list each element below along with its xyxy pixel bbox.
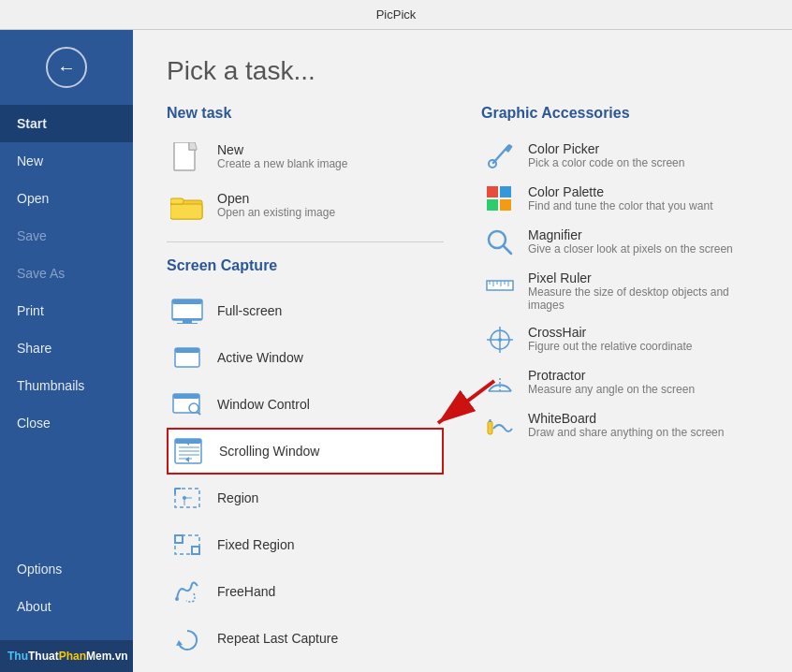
pixel-ruler-icon [485, 270, 515, 300]
new-task-item[interactable]: New Create a new blank image [167, 135, 444, 183]
svg-rect-30 [175, 535, 199, 554]
svg-point-33 [175, 597, 179, 601]
graphic-accessories-title: Graphic Accessories [481, 105, 758, 122]
svg-rect-39 [487, 186, 498, 197]
magnifier-item[interactable]: Magnifier Give a closer look at pixels o… [481, 221, 758, 264]
app-title: PicPick [376, 7, 417, 22]
svg-rect-3 [170, 204, 202, 219]
svg-rect-9 [177, 323, 198, 324]
magnifier-icon [485, 227, 515, 257]
svg-rect-58 [488, 421, 492, 434]
scrolling-window-item[interactable]: Scrolling Window [167, 428, 444, 475]
open-task-item[interactable]: Open Open an existing image [167, 183, 444, 232]
svg-rect-8 [183, 320, 192, 323]
window-control-icon [170, 387, 204, 421]
open-folder-icon [170, 191, 204, 225]
whiteboard-item[interactable]: WhiteBoard Draw and share anything on th… [481, 404, 758, 447]
pixel-ruler-item[interactable]: Pixel Ruler Measure the size of desktop … [481, 264, 758, 318]
svg-rect-38 [505, 144, 513, 153]
sidebar-item-options[interactable]: Options [0, 550, 133, 588]
sidebar-item-print[interactable]: Print [0, 292, 133, 329]
sidebar-item-new[interactable]: New [0, 142, 133, 180]
svg-rect-42 [500, 199, 511, 211]
fullscreen-item[interactable]: Full-screen [167, 287, 444, 334]
fixed-region-item[interactable]: Fixed Region [167, 521, 444, 568]
svg-line-15 [198, 412, 200, 415]
crosshair-icon [485, 325, 515, 355]
left-panel: New task New Create a new blank image [167, 105, 444, 653]
svg-rect-45 [487, 281, 513, 290]
svg-rect-40 [500, 186, 511, 197]
svg-rect-32 [192, 547, 199, 554]
sidebar-item-saveas: Save As [0, 255, 133, 292]
divider [167, 241, 444, 242]
svg-rect-31 [175, 535, 183, 543]
fixed-region-icon [170, 528, 204, 562]
svg-rect-6 [172, 299, 202, 304]
back-button[interactable]: ← [0, 30, 133, 105]
open-task-text: Open Open an existing image [217, 191, 335, 219]
sidebar: ← Start New Open Save Save As Print Shar… [0, 30, 133, 672]
new-task-text: New Create a new blank image [217, 142, 347, 170]
svg-rect-7 [172, 318, 202, 320]
sidebar-item-share[interactable]: Share [0, 329, 133, 367]
window-control-item[interactable]: Window Control [167, 381, 444, 428]
svg-rect-4 [170, 198, 183, 204]
fullscreen-icon [170, 294, 204, 328]
active-window-icon [170, 341, 204, 374]
svg-rect-11 [175, 348, 199, 353]
freehand-item[interactable]: FreeHand [167, 568, 444, 615]
crosshair-item[interactable]: CrossHair Figure out the relative coordi… [481, 318, 758, 361]
freehand-icon [170, 575, 204, 608]
sidebar-item-start[interactable]: Start [0, 105, 133, 142]
region-icon [170, 481, 204, 515]
protractor-icon [485, 368, 515, 398]
new-file-icon [170, 142, 204, 176]
content-area: Pick a task... New task New [133, 30, 792, 672]
right-panel: Graphic Accessories Color Picker Pick a … [481, 105, 758, 653]
color-picker-item[interactable]: Color Picker Pick a color code on the sc… [481, 135, 758, 178]
screen-capture-title: Screen Capture [167, 257, 444, 274]
sidebar-item-open[interactable]: Open [0, 180, 133, 217]
svg-line-44 [504, 246, 511, 254]
color-palette-icon [485, 184, 515, 214]
sidebar-item-close[interactable]: Close [0, 404, 133, 442]
repeat-item[interactable]: Repeat Last Capture [167, 615, 444, 662]
color-palette-item[interactable]: Color Palette Find and tune the color th… [481, 178, 758, 221]
svg-rect-13 [173, 394, 199, 399]
active-window-item[interactable]: Active Window [167, 334, 444, 381]
whiteboard-icon [485, 411, 515, 441]
back-arrow-icon: ← [57, 57, 76, 79]
svg-marker-1 [189, 142, 197, 150]
protractor-item[interactable]: Protractor Measure any angle on the scre… [481, 361, 758, 404]
color-picker-icon [485, 141, 515, 171]
page-title: Pick a task... [133, 30, 792, 105]
sidebar-item-thumbnails[interactable]: Thumbnails [0, 367, 133, 404]
watermark: ThuThuatPhanMem.vn [0, 640, 133, 672]
region-item[interactable]: Region [167, 475, 444, 521]
svg-point-37 [489, 160, 496, 168]
svg-point-55 [498, 338, 502, 342]
svg-rect-41 [487, 199, 498, 211]
svg-marker-34 [176, 640, 183, 646]
sidebar-item-save: Save [0, 217, 133, 255]
repeat-icon [170, 621, 204, 655]
new-task-title: New task [167, 105, 444, 122]
scrolling-window-icon [172, 434, 206, 468]
sidebar-item-about[interactable]: About [0, 588, 133, 625]
